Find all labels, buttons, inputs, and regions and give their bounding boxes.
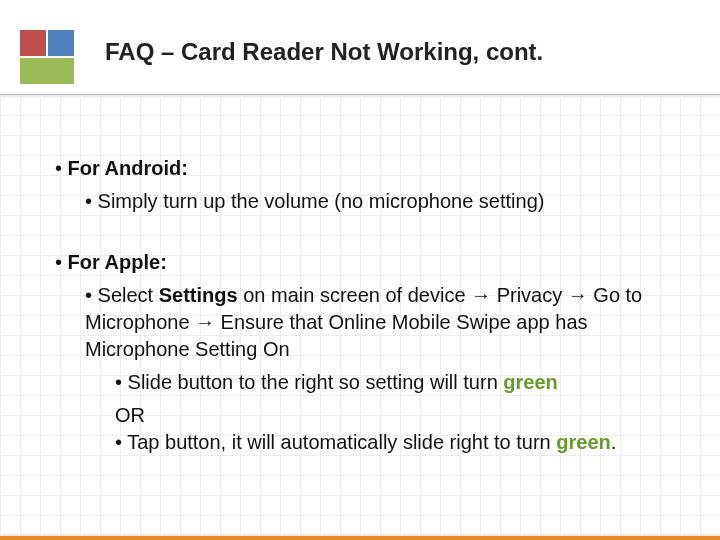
slide-body: For Android: Simply turn up the volume (… (0, 95, 720, 482)
page-title: FAQ – Card Reader Not Working, cont. (105, 38, 543, 66)
apple-sub-1: Slide button to the right so setting wil… (115, 369, 665, 396)
logo-square-red (20, 30, 46, 56)
section-heading-android: For Android: (55, 155, 665, 182)
section-heading-apple: For Apple: (55, 249, 665, 276)
android-item-1: Simply turn up the volume (no microphone… (85, 188, 665, 215)
slide-header: FAQ – Card Reader Not Working, cont. (0, 0, 720, 95)
apple-sub-2: Tap button, it will automatically slide … (115, 429, 665, 456)
apple-item-1: Select Settings on main screen of device… (85, 282, 665, 363)
logo-square-green (20, 58, 74, 84)
logo-square-blue (48, 30, 74, 56)
apple-or: OR (115, 402, 665, 429)
logo (20, 30, 76, 86)
footer-bar (0, 534, 720, 540)
